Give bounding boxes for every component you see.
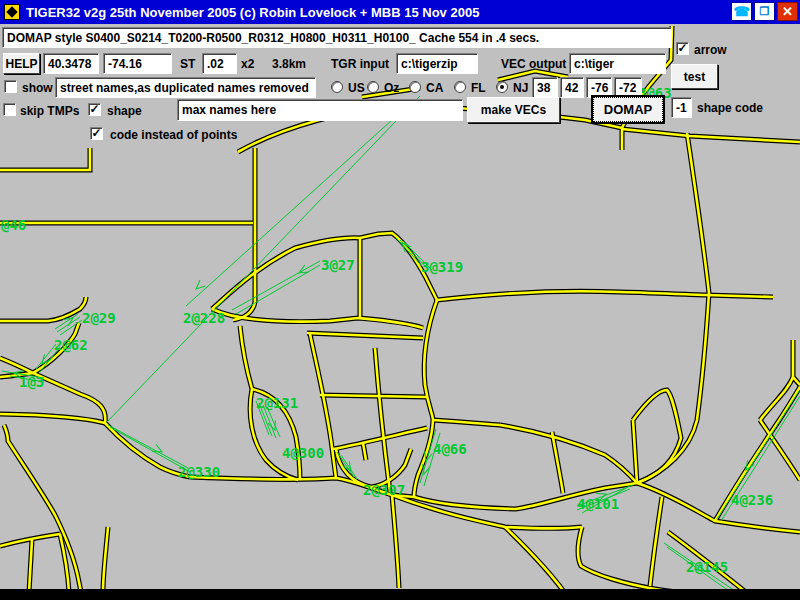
radio-ca[interactable] — [409, 81, 421, 93]
st-label: ST — [180, 57, 195, 71]
close-icon[interactable]: ✕ — [777, 2, 798, 21]
longitude-field[interactable]: -74.16 — [103, 53, 172, 74]
status-field: DOMAP style S0400_S0214_T0200-R0500_R031… — [2, 27, 672, 48]
radio-oz[interactable] — [367, 81, 379, 93]
code-instead-checkbox[interactable]: ✓ — [90, 127, 103, 140]
vec-output-label: VEC output — [501, 57, 566, 71]
skip-tmps-checkbox[interactable] — [3, 103, 16, 116]
radio-ca-label: CA — [426, 81, 443, 95]
domap-button[interactable]: DOMAP — [591, 95, 665, 124]
tgr-input-label: TGR input — [331, 57, 389, 71]
map-label-4@236: 4@236 — [731, 492, 773, 508]
phone-icon[interactable]: ☎ — [731, 2, 752, 21]
shape-code-field[interactable]: -1 — [671, 97, 692, 118]
bbox-field-2[interactable]: 42 — [560, 77, 584, 98]
map-label-2@228: 2@228 — [183, 310, 225, 326]
bottom-black-bar — [0, 589, 800, 600]
app-icon — [4, 4, 20, 20]
map-label-1@3: 1@3 — [19, 374, 44, 390]
street-names-field[interactable]: street names,as duplicated names removed — [55, 77, 316, 98]
shape-code-label: shape code — [697, 101, 763, 115]
map-label-3@319: 3@319 — [421, 259, 463, 275]
arrow-label: arrow — [694, 43, 727, 57]
distance-label: 3.8km — [272, 57, 306, 71]
radio-oz-label: Oz — [384, 81, 399, 95]
map-label-2@145: 2@145 — [686, 559, 728, 575]
map-label-2@330: 2@330 — [178, 464, 220, 480]
shape-checkbox[interactable]: ✓ — [88, 103, 101, 116]
vec-output-field[interactable]: c:\tiger — [569, 53, 666, 74]
tgr-input-field[interactable]: c:\tigerzip — [396, 53, 478, 74]
help-button[interactable]: HELP — [3, 53, 40, 74]
make-vecs-button[interactable]: make VECs — [467, 97, 560, 123]
window-title: TIGER32 v2g 25th November 2005 (c) Robin… — [26, 5, 479, 20]
max-names-field[interactable]: max names here — [177, 99, 463, 121]
map-label-4@101: 4@101 — [577, 496, 619, 512]
map-label-@46: @46 — [1, 217, 26, 233]
map-label-3@27: 3@27 — [321, 257, 355, 273]
map-label-4@66: 4@66 — [433, 441, 467, 457]
scale-field[interactable]: .02 — [202, 53, 237, 74]
show-checkbox[interactable] — [4, 80, 17, 93]
title-bar: TIGER32 v2g 25th November 2005 (c) Robin… — [0, 0, 800, 24]
restore-window-icon[interactable]: ❐ — [754, 2, 775, 21]
map-label-2@307: 2@307 — [363, 482, 405, 498]
shape-label: shape — [107, 104, 142, 118]
latitude-field[interactable]: 40.3478 — [43, 53, 99, 74]
radio-fl-label: FL — [471, 81, 486, 95]
test-button[interactable]: test — [671, 64, 718, 89]
radio-us-label: US — [348, 81, 365, 95]
skip-tmps-label: skip TMPs — [20, 104, 79, 118]
radio-us[interactable] — [331, 81, 343, 93]
x2-label[interactable]: x2 — [241, 57, 254, 71]
arrow-checkbox[interactable]: ✓ — [676, 42, 689, 55]
bbox-field-1[interactable]: 38 — [532, 77, 558, 98]
radio-nj-label: NJ — [513, 81, 528, 95]
radio-nj[interactable] — [496, 81, 508, 93]
radio-fl[interactable] — [454, 81, 466, 93]
tiger32-window: { "window": { "title": "TIGER32 v2g 25th… — [0, 0, 800, 600]
map-label-2@62: 2@62 — [54, 337, 88, 353]
code-instead-label: code instead of points — [110, 128, 237, 142]
map-label-4@300: 4@300 — [282, 445, 324, 461]
map-label-2@131: 2@131 — [256, 395, 298, 411]
show-label: show — [22, 81, 53, 95]
map-label-2@29: 2@29 — [82, 310, 116, 326]
